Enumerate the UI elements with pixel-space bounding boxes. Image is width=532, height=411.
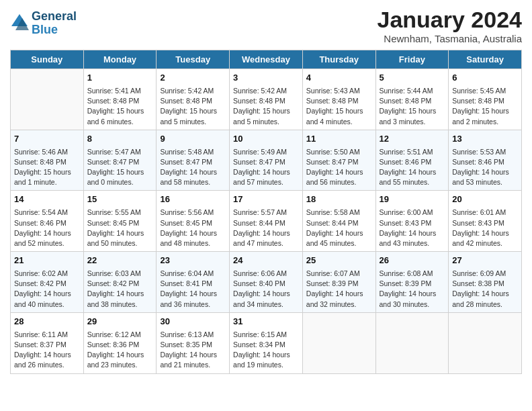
day-info-line: Sunset: 8:44 PM <box>306 218 372 228</box>
calendar-cell: 31Sunrise: 6:15 AMSunset: 8:34 PMDayligh… <box>230 312 303 373</box>
day-info-line: Daylight: 15 hours <box>160 106 226 116</box>
day-info-line: and 38 minutes. <box>87 300 153 310</box>
logo-blue: Blue <box>32 24 77 37</box>
day-info-line: Daylight: 14 hours <box>452 167 518 177</box>
day-info-line: Daylight: 15 hours <box>233 106 299 116</box>
day-info-line: Daylight: 14 hours <box>14 289 80 299</box>
day-info-line: Sunset: 8:39 PM <box>380 279 445 289</box>
calendar-cell <box>11 69 84 130</box>
week-row-5: 28Sunrise: 6:11 AMSunset: 8:37 PMDayligh… <box>11 312 522 373</box>
day-info-line: Sunrise: 5:42 AM <box>160 86 226 96</box>
day-number: 16 <box>160 193 226 206</box>
day-info-line: Sunrise: 5:49 AM <box>233 147 299 157</box>
day-info-line: and 23 minutes. <box>87 360 153 370</box>
day-info-line: Sunrise: 5:58 AM <box>306 208 372 218</box>
day-info-line: Sunset: 8:46 PM <box>14 218 80 228</box>
day-info-line: and 50 minutes. <box>87 238 153 248</box>
day-info-line: Daylight: 14 hours <box>452 228 518 238</box>
day-info-line: Sunset: 8:48 PM <box>233 96 299 106</box>
header: General Blue January 2024 Newnham, Tasma… <box>10 7 522 44</box>
week-row-1: 1Sunrise: 5:41 AMSunset: 8:48 PMDaylight… <box>11 69 522 130</box>
day-number: 22 <box>87 255 153 267</box>
day-info-line: Sunset: 8:36 PM <box>87 340 153 350</box>
day-number: 20 <box>452 193 518 206</box>
day-number: 3 <box>233 72 299 85</box>
day-info-line: and 45 minutes. <box>306 238 372 248</box>
calendar-cell: 17Sunrise: 5:57 AMSunset: 8:44 PMDayligh… <box>230 191 303 252</box>
day-number: 28 <box>14 316 80 328</box>
day-info-line: Sunset: 8:40 PM <box>233 279 299 289</box>
day-info-line: Daylight: 15 hours <box>380 106 445 116</box>
calendar-cell: 24Sunrise: 6:06 AMSunset: 8:40 PMDayligh… <box>230 252 303 313</box>
calendar-cell: 29Sunrise: 6:12 AMSunset: 8:36 PMDayligh… <box>83 312 157 373</box>
week-row-2: 7Sunrise: 5:46 AMSunset: 8:48 PMDaylight… <box>11 130 522 191</box>
day-info-line: Daylight: 14 hours <box>233 350 299 360</box>
day-info-line: Sunrise: 6:02 AM <box>14 269 80 279</box>
day-info-line: Sunrise: 6:12 AM <box>87 330 153 340</box>
day-info-line: Daylight: 14 hours <box>380 228 445 238</box>
day-info-line: Sunset: 8:46 PM <box>380 157 445 167</box>
day-info-line: Sunset: 8:39 PM <box>306 279 372 289</box>
day-number: 21 <box>14 255 80 267</box>
day-info-line: Sunrise: 6:09 AM <box>452 269 518 279</box>
day-info-line: Sunset: 8:48 PM <box>306 96 372 106</box>
calendar-cell: 27Sunrise: 6:09 AMSunset: 8:38 PMDayligh… <box>449 252 522 313</box>
day-number: 1 <box>87 72 153 85</box>
day-info-line: Daylight: 14 hours <box>160 167 226 177</box>
day-number: 7 <box>14 133 80 146</box>
day-info-line: Sunset: 8:43 PM <box>452 218 518 228</box>
day-info-line: Sunset: 8:48 PM <box>380 96 445 106</box>
calendar-cell: 21Sunrise: 6:02 AMSunset: 8:42 PMDayligh… <box>11 252 84 313</box>
day-info-line: Daylight: 14 hours <box>14 350 80 360</box>
day-info-line: Daylight: 14 hours <box>380 289 445 299</box>
calendar-cell: 5Sunrise: 5:44 AMSunset: 8:48 PMDaylight… <box>375 69 449 130</box>
day-info-line: Sunrise: 6:04 AM <box>160 269 226 279</box>
day-info-line: and 40 minutes. <box>14 300 80 310</box>
day-number: 10 <box>233 133 299 146</box>
day-info-line: Sunset: 8:48 PM <box>452 96 518 106</box>
day-info-line: and 26 minutes. <box>14 360 80 370</box>
day-info-line: Daylight: 14 hours <box>380 167 445 177</box>
week-row-4: 21Sunrise: 6:02 AMSunset: 8:42 PMDayligh… <box>11 252 522 313</box>
calendar-cell: 9Sunrise: 5:48 AMSunset: 8:47 PMDaylight… <box>157 130 230 191</box>
day-info-line: Sunset: 8:42 PM <box>87 279 153 289</box>
day-info-line: and 47 minutes. <box>233 238 299 248</box>
day-number: 17 <box>233 193 299 206</box>
day-info-line: Sunset: 8:48 PM <box>160 96 226 106</box>
day-info-line: Daylight: 14 hours <box>160 228 226 238</box>
day-info-line: and 5 minutes. <box>233 117 299 127</box>
day-info-line: Daylight: 14 hours <box>233 289 299 299</box>
day-info-line: and 43 minutes. <box>380 238 445 248</box>
day-info-line: Sunrise: 5:50 AM <box>306 147 372 157</box>
calendar-cell: 10Sunrise: 5:49 AMSunset: 8:47 PMDayligh… <box>230 130 303 191</box>
day-info-line: Sunset: 8:47 PM <box>306 157 372 167</box>
day-info-line: and 21 minutes. <box>160 360 226 370</box>
day-info-line: and 42 minutes. <box>452 238 518 248</box>
calendar-cell: 1Sunrise: 5:41 AMSunset: 8:48 PMDaylight… <box>83 69 157 130</box>
day-info-line: and 6 minutes. <box>87 117 153 127</box>
day-info-line: Sunset: 8:47 PM <box>233 157 299 167</box>
calendar-cell: 28Sunrise: 6:11 AMSunset: 8:37 PMDayligh… <box>11 312 84 373</box>
day-info-line: Sunrise: 5:48 AM <box>160 147 226 157</box>
day-info-line: Daylight: 14 hours <box>160 350 226 360</box>
calendar-cell <box>375 312 449 373</box>
title-block: January 2024 Newnham, Tasmania, Australi… <box>378 7 523 44</box>
day-info-line: Sunrise: 6:13 AM <box>160 330 226 340</box>
calendar-cell: 26Sunrise: 6:08 AMSunset: 8:39 PMDayligh… <box>375 252 449 313</box>
day-info-line: and 5 minutes. <box>160 117 226 127</box>
day-info-line: Sunset: 8:45 PM <box>87 218 153 228</box>
day-info-line: Daylight: 15 hours <box>306 106 372 116</box>
calendar-cell: 16Sunrise: 5:56 AMSunset: 8:45 PMDayligh… <box>157 191 230 252</box>
day-info-line: and 36 minutes. <box>160 300 226 310</box>
day-number: 24 <box>233 255 299 267</box>
day-info-line: Daylight: 14 hours <box>306 167 372 177</box>
calendar-cell: 8Sunrise: 5:47 AMSunset: 8:47 PMDaylight… <box>83 130 157 191</box>
day-info-line: and 0 minutes. <box>87 177 153 187</box>
calendar-cell: 22Sunrise: 6:03 AMSunset: 8:42 PMDayligh… <box>83 252 157 313</box>
calendar-cell: 14Sunrise: 5:54 AMSunset: 8:46 PMDayligh… <box>11 191 84 252</box>
calendar-cell: 19Sunrise: 6:00 AMSunset: 8:43 PMDayligh… <box>375 191 449 252</box>
day-info-line: Daylight: 14 hours <box>87 289 153 299</box>
day-info-line: and 57 minutes. <box>233 177 299 187</box>
day-info-line: Daylight: 15 hours <box>87 167 153 177</box>
header-row: SundayMondayTuesdayWednesdayThursdayFrid… <box>11 50 522 69</box>
